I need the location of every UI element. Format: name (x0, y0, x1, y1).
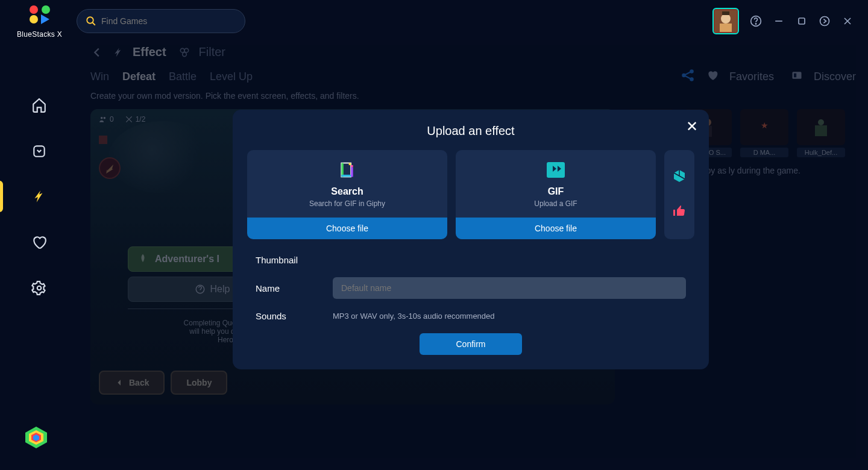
maximize-icon[interactable] (796, 15, 808, 27)
sounds-label: Sounds (256, 311, 333, 321)
close-window-icon[interactable] (841, 15, 854, 27)
confirm-button[interactable]: Confirm (420, 333, 521, 355)
svg-point-24 (182, 52, 186, 57)
hud-swords-icon: 1/2 (125, 115, 146, 124)
giphy-icon (337, 160, 357, 180)
favorites-icon (706, 69, 719, 84)
back-button[interactable]: Back (99, 371, 165, 395)
discover-icon (791, 69, 803, 84)
svg-line-28 (685, 72, 691, 75)
svg-point-3 (87, 17, 93, 24)
cube-icon[interactable] (672, 169, 687, 186)
help-icon[interactable] (750, 15, 762, 27)
svg-rect-12 (799, 18, 805, 24)
sidebar-store[interactable] (31, 142, 48, 159)
flag-icon (99, 136, 107, 144)
discover-label[interactable]: Discover (814, 70, 856, 83)
choose-file-gif-button[interactable]: Choose file (456, 218, 656, 239)
tab-levelup[interactable]: Level Up (210, 70, 253, 83)
svg-line-29 (685, 76, 691, 78)
bluestacks-icon[interactable] (23, 424, 49, 453)
name-input[interactable] (333, 277, 686, 299)
pin-icon (112, 46, 124, 58)
breadcrumb-label: Effect (133, 45, 166, 59)
upload-gif-card: GIF Upload a GIF Choose file (456, 150, 656, 239)
back-icon[interactable] (90, 46, 104, 59)
svg-point-6 (721, 14, 731, 24)
sidebar-favorites[interactable] (31, 234, 48, 251)
search-input[interactable] (101, 16, 236, 26)
filter-label[interactable]: Filter (199, 45, 225, 59)
svg-rect-43 (341, 175, 351, 177)
svg-text:★: ★ (761, 121, 769, 130)
thumbnail-label: Thumbnail (256, 255, 333, 265)
favorite-card[interactable]: Hulk_Def... (797, 109, 845, 157)
svg-rect-30 (792, 72, 801, 79)
svg-point-32 (101, 117, 103, 119)
search-card-sub: Search for GIF in Giphy (309, 199, 385, 208)
logo-icon (25, 4, 54, 28)
gif-icon (546, 160, 566, 180)
svg-rect-8 (722, 11, 729, 15)
svg-rect-46 (351, 168, 353, 177)
svg-point-22 (180, 48, 184, 52)
sidebar-home[interactable] (31, 96, 48, 113)
sidebar-settings[interactable] (31, 280, 48, 296)
tab-defeat[interactable]: Defeat (122, 70, 156, 83)
svg-point-2 (30, 15, 38, 24)
svg-rect-31 (794, 74, 796, 78)
favorites-label[interactable]: Favorites (729, 70, 774, 83)
close-icon[interactable]: ✕ (686, 118, 698, 135)
page-description: Create your own mod version. Pick the ev… (90, 91, 856, 101)
upload-side-panel (664, 150, 694, 239)
minimize-icon[interactable] (773, 15, 785, 27)
svg-rect-40 (815, 125, 827, 136)
svg-rect-45 (351, 165, 353, 168)
tab-battle[interactable]: Battle (169, 70, 197, 83)
user-avatar[interactable] (712, 8, 739, 34)
svg-point-13 (820, 17, 829, 26)
svg-rect-7 (720, 24, 732, 32)
sounds-hint: MP3 or WAV only, 3s-10s audio recommende… (333, 312, 495, 321)
sidebar-effects[interactable] (31, 188, 48, 205)
gif-card-sub: Upload a GIF (534, 199, 577, 208)
search-giphy-card: Search Search for GIF in Giphy Choose fi… (247, 150, 447, 239)
lobby-button[interactable]: Lobby (171, 371, 227, 395)
svg-point-23 (184, 48, 189, 52)
svg-point-0 (30, 5, 38, 14)
search-box[interactable] (77, 9, 245, 33)
search-icon (86, 16, 96, 27)
svg-point-1 (42, 5, 50, 14)
svg-point-17 (37, 286, 42, 290)
choose-file-search-button[interactable]: Choose file (247, 218, 447, 239)
modal-title: Upload an effect (247, 124, 694, 138)
upload-effect-modal: ✕ Upload an effect Search Search for GIF… (233, 110, 709, 369)
svg-point-10 (755, 24, 756, 24)
svg-rect-44 (349, 163, 351, 166)
name-label: Name (256, 283, 333, 293)
skill-icon[interactable] (99, 157, 121, 179)
logo[interactable]: BlueStacks X (11, 4, 68, 39)
thumbs-up-icon[interactable] (672, 204, 687, 221)
tab-win[interactable]: Win (90, 70, 109, 83)
search-card-title: Search (331, 186, 363, 197)
filter-icon[interactable] (178, 46, 190, 58)
share-icon[interactable] (680, 67, 696, 86)
gif-card-title: GIF (548, 186, 564, 197)
logo-text: BlueStacks X (17, 30, 62, 39)
hud-players-icon: 0 (99, 115, 114, 124)
svg-line-4 (92, 22, 95, 25)
svg-point-33 (104, 117, 106, 119)
favorite-card[interactable]: ★D MA... (740, 109, 788, 157)
svg-rect-47 (547, 162, 565, 178)
restore-icon[interactable] (819, 15, 831, 27)
svg-point-39 (818, 119, 824, 125)
